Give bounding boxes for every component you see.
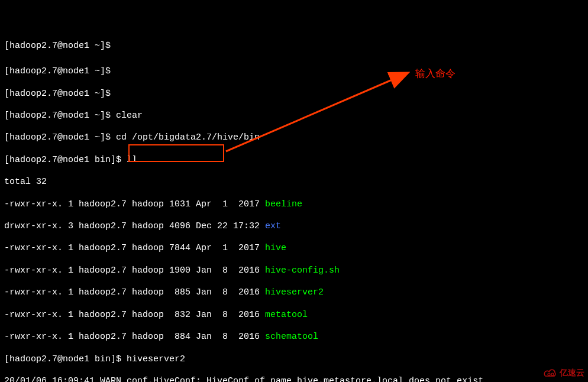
file-row: -rwxr-xr-x. 1 hadoop2.7 hadoop 884 Jan 8… (4, 332, 584, 343)
total-line: total 32 (4, 177, 584, 188)
svg-point-2 (548, 373, 550, 375)
file-name: hiveserver2 (265, 287, 324, 297)
terminal-prompt: [hadoop2.7@node1 ~]$ clear (4, 111, 584, 122)
file-name: ext (265, 221, 281, 231)
prompt-prefix: [hadoop2.7@node1 bin]$ (4, 354, 127, 364)
terminal-prompt: [hadoop2.7@node1 ~]$ (4, 66, 584, 77)
file-perm: -rwxr-xr-x. 1 hadoop2.7 hadoop 1031 Apr … (4, 199, 265, 209)
file-name: schematool (265, 332, 318, 342)
file-name: metatool (265, 310, 308, 320)
terminal-prompt: [hadoop2.7@node1 bin]$ ll (4, 155, 584, 166)
file-perm: -rwxr-xr-x. 1 hadoop2.7 hadoop 885 Jan 8… (4, 287, 265, 297)
annotation-label: 输入命令 (415, 69, 455, 80)
file-perm: drwxr-xr-x. 3 hadoop2.7 hadoop 4096 Dec … (4, 221, 265, 231)
file-row: -rwxr-xr-x. 1 hadoop2.7 hadoop 832 Jan 8… (4, 310, 584, 321)
terminal-prompt: [hadoop2.7@node1 ~]$ cd /opt/bigdata2.7/… (4, 132, 584, 144)
file-row: -rwxr-xr-x. 1 hadoop2.7 hadoop 7844 Apr … (4, 243, 584, 254)
file-name: hive (265, 243, 286, 253)
file-row: drwxr-xr-x. 3 hadoop2.7 hadoop 4096 Dec … (4, 221, 584, 232)
watermark-logo: 亿速云 (543, 367, 584, 378)
file-name: beeline (265, 199, 302, 209)
log-line: 20/01/06 16:09:41 WARN conf.HiveConf: Hi… (4, 376, 584, 382)
watermark-text: 亿速云 (560, 367, 584, 378)
typed-command: hiveserver2 (127, 354, 185, 364)
svg-point-3 (551, 373, 554, 375)
terminal-prompt-top: [hadoop2.7@node1 ~]$ (4, 41, 584, 52)
terminal-command-line[interactable]: [hadoop2.7@node1 bin]$ hiveserver2 (4, 354, 584, 365)
file-row: -rwxr-xr-x. 1 hadoop2.7 hadoop 1031 Apr … (4, 199, 584, 211)
file-row: -rwxr-xr-x. 1 hadoop2.7 hadoop 885 Jan 8… (4, 287, 584, 299)
file-perm: -rwxr-xr-x. 1 hadoop2.7 hadoop 884 Jan 8… (4, 332, 265, 342)
file-perm: -rwxr-xr-x. 1 hadoop2.7 hadoop 7844 Apr … (4, 243, 265, 253)
cloud-icon (543, 368, 558, 378)
file-perm: -rwxr-xr-x. 1 hadoop2.7 hadoop 1900 Jan … (4, 266, 265, 276)
file-name: hive-config.sh (265, 266, 340, 276)
file-row: -rwxr-xr-x. 1 hadoop2.7 hadoop 1900 Jan … (4, 266, 584, 277)
file-perm: -rwxr-xr-x. 1 hadoop2.7 hadoop 832 Jan 8… (4, 310, 265, 320)
terminal-prompt: [hadoop2.7@node1 ~]$ (4, 89, 584, 100)
